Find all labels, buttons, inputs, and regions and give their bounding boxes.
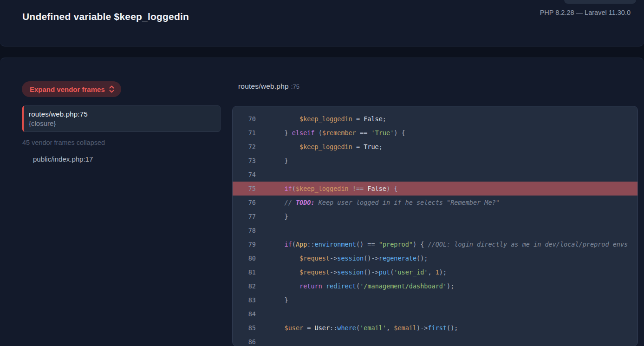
line-number: 72 [233, 143, 256, 150]
code-line: 71 } elseif ($remember == 'True') { [233, 126, 637, 140]
code-line: 70 $keep_loggedin = False; [233, 112, 637, 126]
code-line-source: } [256, 157, 288, 164]
line-number: 73 [233, 157, 256, 164]
exception-header: Undefined variable $keep_loggedin PHP 8.… [0, 0, 644, 46]
code-line-source: // TODO: Keep user logged in if he selec… [256, 199, 500, 206]
stack-frame-index-php[interactable]: public/index.php:17 [33, 155, 93, 163]
line-number: 71 [233, 129, 256, 137]
line-number: 76 [233, 199, 256, 206]
code-line-highlighted: 75 if($keep_loggedin !== False) { [233, 182, 637, 196]
header-cutoff-button[interactable] [564, 0, 636, 4]
code-line: 77 } [233, 209, 637, 223]
line-number: 78 [233, 227, 256, 234]
editor-file-name: routes/web.php [238, 82, 289, 90]
code-line: 84 [233, 307, 637, 321]
code-line-source: $keep_loggedin = True; [256, 143, 383, 150]
line-number: 75 [233, 185, 256, 192]
code-line: 81 $request->session()->put('user_id', 1… [233, 265, 637, 279]
code-line-source: return redirect('/management/dashboard')… [256, 282, 454, 290]
code-line-source: if(App::environment() == "preprod") { //… [256, 241, 628, 248]
line-number: 84 [233, 310, 256, 318]
editor-line-number: :75 [291, 83, 299, 90]
line-number: 81 [233, 268, 256, 276]
expand-collapse-icon [109, 85, 115, 93]
code-line-source: } [256, 213, 288, 220]
frame-method-label: {closure} [29, 119, 215, 127]
code-line: 82 return redirect('/management/dashboar… [233, 279, 637, 293]
code-line: 76 // TODO: Keep user logged in if he se… [233, 196, 637, 209]
code-line-source: } elseif ($remember == 'True') { [256, 129, 405, 137]
line-number: 85 [233, 324, 256, 332]
code-line-source: if($keep_loggedin !== False) { [256, 185, 397, 192]
code-line: 79 if(App::environment() == "preprod") {… [233, 237, 637, 251]
vendor-frames-collapsed-note: 45 vendor frames collapsed [22, 139, 105, 146]
code-line-source: $request->session()->regenerate(); [256, 255, 428, 262]
line-number: 83 [233, 296, 256, 304]
code-line: 78 [233, 223, 637, 237]
code-snippet-panel[interactable]: 70 $keep_loggedin = False;71 } elseif ($… [232, 106, 638, 346]
line-number: 82 [233, 282, 256, 290]
frame-file-label: routes/web.php:75 [29, 110, 215, 118]
editor-file-header: routes/web.php:75 [238, 82, 299, 91]
code-line: 72 $keep_loggedin = True; [233, 140, 637, 154]
line-number: 70 [233, 115, 256, 123]
code-line: 85 $user = User::where('email', $email)-… [233, 321, 637, 335]
code-line: 74 [233, 168, 637, 182]
code-line-source: $user = User::where('email', $email)->fi… [256, 324, 458, 332]
expand-vendor-frames-label: Expand vendor frames [30, 85, 105, 93]
stack-frame[interactable]: routes/web.php:75{closure} [22, 105, 221, 132]
code-line: 73 } [233, 154, 637, 168]
stack-trace-section: Expand vendor frames routes/web.php:75{c… [0, 58, 644, 346]
code-line-source: $request->session()->put('user_id', 1); [256, 268, 447, 276]
code-line: 86 [233, 335, 637, 346]
code-line-source: } [256, 296, 288, 304]
line-number: 74 [233, 171, 256, 178]
runtime-versions: PHP 8.2.28 — Laravel 11.30.0 [540, 9, 631, 16]
line-number: 86 [233, 338, 256, 346]
code-line: 80 $request->session()->regenerate(); [233, 251, 637, 265]
error-page: Undefined variable $keep_loggedin PHP 8.… [0, 0, 644, 346]
line-number: 77 [233, 213, 256, 220]
line-number: 79 [233, 241, 256, 248]
exception-message: Undefined variable $keep_loggedin [22, 11, 189, 22]
expand-vendor-frames-button[interactable]: Expand vendor frames [22, 81, 121, 97]
code-line-source: $keep_loggedin = False; [256, 115, 386, 123]
code-line: 83 } [233, 293, 637, 307]
line-number: 80 [233, 255, 256, 262]
